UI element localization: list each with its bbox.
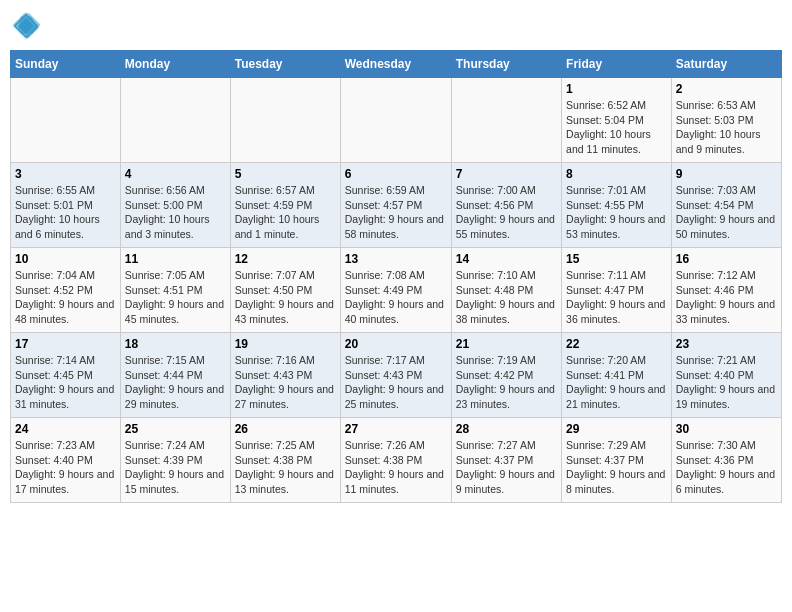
day-info: Sunrise: 7:15 AM Sunset: 4:44 PM Dayligh… <box>125 353 226 412</box>
day-number: 14 <box>456 252 557 266</box>
day-number: 26 <box>235 422 336 436</box>
calendar-cell: 5Sunrise: 6:57 AM Sunset: 4:59 PM Daylig… <box>230 163 340 248</box>
calendar-cell: 12Sunrise: 7:07 AM Sunset: 4:50 PM Dayli… <box>230 248 340 333</box>
day-info: Sunrise: 7:07 AM Sunset: 4:50 PM Dayligh… <box>235 268 336 327</box>
day-info: Sunrise: 7:29 AM Sunset: 4:37 PM Dayligh… <box>566 438 667 497</box>
day-number: 21 <box>456 337 557 351</box>
calendar-cell: 28Sunrise: 7:27 AM Sunset: 4:37 PM Dayli… <box>451 418 561 503</box>
day-info: Sunrise: 7:30 AM Sunset: 4:36 PM Dayligh… <box>676 438 777 497</box>
day-info: Sunrise: 6:56 AM Sunset: 5:00 PM Dayligh… <box>125 183 226 242</box>
calendar-cell: 20Sunrise: 7:17 AM Sunset: 4:43 PM Dayli… <box>340 333 451 418</box>
day-number: 10 <box>15 252 116 266</box>
day-info: Sunrise: 6:57 AM Sunset: 4:59 PM Dayligh… <box>235 183 336 242</box>
day-info: Sunrise: 7:25 AM Sunset: 4:38 PM Dayligh… <box>235 438 336 497</box>
day-info: Sunrise: 6:59 AM Sunset: 4:57 PM Dayligh… <box>345 183 447 242</box>
day-info: Sunrise: 7:24 AM Sunset: 4:39 PM Dayligh… <box>125 438 226 497</box>
calendar-cell: 2Sunrise: 6:53 AM Sunset: 5:03 PM Daylig… <box>671 78 781 163</box>
day-info: Sunrise: 7:08 AM Sunset: 4:49 PM Dayligh… <box>345 268 447 327</box>
logo-icon <box>10 10 42 42</box>
day-info: Sunrise: 6:52 AM Sunset: 5:04 PM Dayligh… <box>566 98 667 157</box>
weekday-header: Tuesday <box>230 51 340 78</box>
calendar-cell: 16Sunrise: 7:12 AM Sunset: 4:46 PM Dayli… <box>671 248 781 333</box>
day-number: 27 <box>345 422 447 436</box>
day-number: 5 <box>235 167 336 181</box>
page-header <box>10 10 782 42</box>
weekday-header: Friday <box>562 51 672 78</box>
day-info: Sunrise: 7:05 AM Sunset: 4:51 PM Dayligh… <box>125 268 226 327</box>
day-number: 30 <box>676 422 777 436</box>
day-info: Sunrise: 7:17 AM Sunset: 4:43 PM Dayligh… <box>345 353 447 412</box>
calendar-cell: 17Sunrise: 7:14 AM Sunset: 4:45 PM Dayli… <box>11 333 121 418</box>
day-info: Sunrise: 7:26 AM Sunset: 4:38 PM Dayligh… <box>345 438 447 497</box>
day-number: 16 <box>676 252 777 266</box>
calendar-cell: 10Sunrise: 7:04 AM Sunset: 4:52 PM Dayli… <box>11 248 121 333</box>
day-info: Sunrise: 7:04 AM Sunset: 4:52 PM Dayligh… <box>15 268 116 327</box>
calendar-cell: 3Sunrise: 6:55 AM Sunset: 5:01 PM Daylig… <box>11 163 121 248</box>
calendar-cell: 27Sunrise: 7:26 AM Sunset: 4:38 PM Dayli… <box>340 418 451 503</box>
calendar-week-row: 1Sunrise: 6:52 AM Sunset: 5:04 PM Daylig… <box>11 78 782 163</box>
calendar-cell: 21Sunrise: 7:19 AM Sunset: 4:42 PM Dayli… <box>451 333 561 418</box>
day-number: 12 <box>235 252 336 266</box>
calendar-cell: 6Sunrise: 6:59 AM Sunset: 4:57 PM Daylig… <box>340 163 451 248</box>
day-info: Sunrise: 7:03 AM Sunset: 4:54 PM Dayligh… <box>676 183 777 242</box>
day-number: 13 <box>345 252 447 266</box>
calendar-cell: 11Sunrise: 7:05 AM Sunset: 4:51 PM Dayli… <box>120 248 230 333</box>
day-number: 19 <box>235 337 336 351</box>
day-number: 24 <box>15 422 116 436</box>
calendar-cell: 25Sunrise: 7:24 AM Sunset: 4:39 PM Dayli… <box>120 418 230 503</box>
day-info: Sunrise: 7:27 AM Sunset: 4:37 PM Dayligh… <box>456 438 557 497</box>
day-info: Sunrise: 7:23 AM Sunset: 4:40 PM Dayligh… <box>15 438 116 497</box>
weekday-header: Thursday <box>451 51 561 78</box>
day-number: 9 <box>676 167 777 181</box>
day-number: 17 <box>15 337 116 351</box>
day-number: 7 <box>456 167 557 181</box>
weekday-header: Sunday <box>11 51 121 78</box>
day-number: 29 <box>566 422 667 436</box>
day-number: 25 <box>125 422 226 436</box>
calendar-cell <box>120 78 230 163</box>
weekday-header: Monday <box>120 51 230 78</box>
calendar-cell: 15Sunrise: 7:11 AM Sunset: 4:47 PM Dayli… <box>562 248 672 333</box>
calendar-cell: 1Sunrise: 6:52 AM Sunset: 5:04 PM Daylig… <box>562 78 672 163</box>
day-number: 2 <box>676 82 777 96</box>
calendar-cell: 19Sunrise: 7:16 AM Sunset: 4:43 PM Dayli… <box>230 333 340 418</box>
day-info: Sunrise: 7:01 AM Sunset: 4:55 PM Dayligh… <box>566 183 667 242</box>
day-info: Sunrise: 7:10 AM Sunset: 4:48 PM Dayligh… <box>456 268 557 327</box>
day-number: 4 <box>125 167 226 181</box>
calendar-cell: 18Sunrise: 7:15 AM Sunset: 4:44 PM Dayli… <box>120 333 230 418</box>
calendar-cell <box>340 78 451 163</box>
day-info: Sunrise: 7:16 AM Sunset: 4:43 PM Dayligh… <box>235 353 336 412</box>
calendar-cell: 24Sunrise: 7:23 AM Sunset: 4:40 PM Dayli… <box>11 418 121 503</box>
calendar-cell: 13Sunrise: 7:08 AM Sunset: 4:49 PM Dayli… <box>340 248 451 333</box>
day-number: 8 <box>566 167 667 181</box>
day-info: Sunrise: 7:11 AM Sunset: 4:47 PM Dayligh… <box>566 268 667 327</box>
calendar-table: SundayMondayTuesdayWednesdayThursdayFrid… <box>10 50 782 503</box>
calendar-cell: 29Sunrise: 7:29 AM Sunset: 4:37 PM Dayli… <box>562 418 672 503</box>
day-info: Sunrise: 6:53 AM Sunset: 5:03 PM Dayligh… <box>676 98 777 157</box>
calendar-cell: 14Sunrise: 7:10 AM Sunset: 4:48 PM Dayli… <box>451 248 561 333</box>
day-number: 1 <box>566 82 667 96</box>
calendar-cell: 8Sunrise: 7:01 AM Sunset: 4:55 PM Daylig… <box>562 163 672 248</box>
weekday-header: Saturday <box>671 51 781 78</box>
day-number: 6 <box>345 167 447 181</box>
calendar-cell: 7Sunrise: 7:00 AM Sunset: 4:56 PM Daylig… <box>451 163 561 248</box>
day-number: 23 <box>676 337 777 351</box>
weekday-header: Wednesday <box>340 51 451 78</box>
day-number: 3 <box>15 167 116 181</box>
day-info: Sunrise: 7:00 AM Sunset: 4:56 PM Dayligh… <box>456 183 557 242</box>
calendar-cell: 23Sunrise: 7:21 AM Sunset: 4:40 PM Dayli… <box>671 333 781 418</box>
calendar-cell <box>230 78 340 163</box>
calendar-cell <box>451 78 561 163</box>
day-info: Sunrise: 7:14 AM Sunset: 4:45 PM Dayligh… <box>15 353 116 412</box>
day-info: Sunrise: 6:55 AM Sunset: 5:01 PM Dayligh… <box>15 183 116 242</box>
day-info: Sunrise: 7:19 AM Sunset: 4:42 PM Dayligh… <box>456 353 557 412</box>
calendar-cell: 26Sunrise: 7:25 AM Sunset: 4:38 PM Dayli… <box>230 418 340 503</box>
day-info: Sunrise: 7:12 AM Sunset: 4:46 PM Dayligh… <box>676 268 777 327</box>
calendar-week-row: 24Sunrise: 7:23 AM Sunset: 4:40 PM Dayli… <box>11 418 782 503</box>
day-number: 18 <box>125 337 226 351</box>
day-number: 28 <box>456 422 557 436</box>
day-info: Sunrise: 7:20 AM Sunset: 4:41 PM Dayligh… <box>566 353 667 412</box>
day-number: 11 <box>125 252 226 266</box>
calendar-cell: 30Sunrise: 7:30 AM Sunset: 4:36 PM Dayli… <box>671 418 781 503</box>
day-info: Sunrise: 7:21 AM Sunset: 4:40 PM Dayligh… <box>676 353 777 412</box>
